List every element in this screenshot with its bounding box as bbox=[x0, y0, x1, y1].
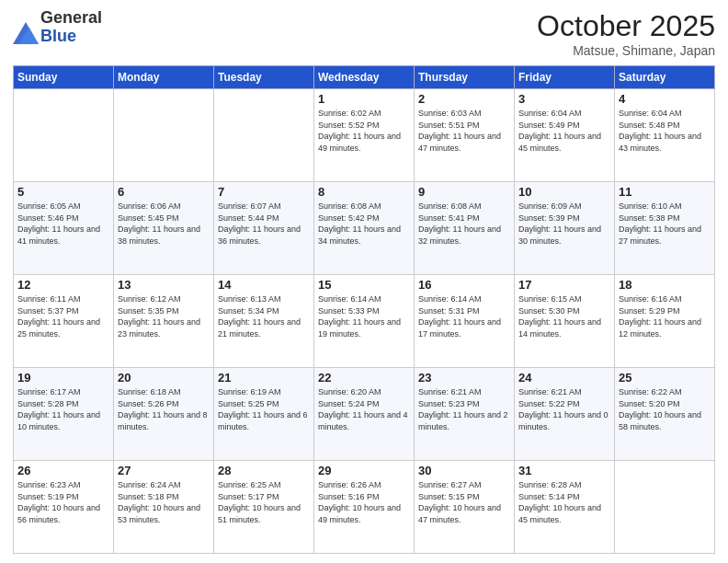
col-wednesday: Wednesday bbox=[314, 66, 415, 89]
calendar-cell: 3Sunrise: 6:04 AM Sunset: 5:49 PM Daylig… bbox=[515, 89, 615, 182]
calendar-cell: 4Sunrise: 6:04 AM Sunset: 5:48 PM Daylig… bbox=[615, 89, 715, 182]
day-detail: Sunrise: 6:09 AM Sunset: 5:39 PM Dayligh… bbox=[518, 201, 610, 247]
day-number: 6 bbox=[118, 185, 210, 199]
col-tuesday: Tuesday bbox=[214, 66, 314, 89]
day-detail: Sunrise: 6:06 AM Sunset: 5:45 PM Dayligh… bbox=[118, 201, 210, 247]
calendar-cell: 13Sunrise: 6:12 AM Sunset: 5:35 PM Dayli… bbox=[114, 275, 214, 368]
day-detail: Sunrise: 6:20 AM Sunset: 5:24 PM Dayligh… bbox=[318, 386, 410, 432]
calendar-cell: 14Sunrise: 6:13 AM Sunset: 5:34 PM Dayli… bbox=[214, 275, 314, 368]
logo-text: General Blue bbox=[40, 9, 102, 46]
calendar-cell bbox=[14, 89, 114, 182]
calendar-cell: 5Sunrise: 6:05 AM Sunset: 5:46 PM Daylig… bbox=[14, 182, 114, 275]
calendar-cell: 2Sunrise: 6:03 AM Sunset: 5:51 PM Daylig… bbox=[415, 89, 515, 182]
day-number: 18 bbox=[619, 278, 711, 292]
calendar-cell: 26Sunrise: 6:23 AM Sunset: 5:19 PM Dayli… bbox=[14, 461, 114, 554]
day-number: 17 bbox=[518, 278, 610, 292]
day-number: 8 bbox=[318, 185, 410, 199]
col-friday: Friday bbox=[515, 66, 615, 89]
calendar-cell bbox=[615, 461, 715, 554]
day-number: 15 bbox=[318, 278, 410, 292]
calendar-cell: 24Sunrise: 6:21 AM Sunset: 5:22 PM Dayli… bbox=[515, 368, 615, 461]
day-detail: Sunrise: 6:14 AM Sunset: 5:33 PM Dayligh… bbox=[318, 293, 410, 339]
calendar-cell: 16Sunrise: 6:14 AM Sunset: 5:31 PM Dayli… bbox=[415, 275, 515, 368]
day-detail: Sunrise: 6:23 AM Sunset: 5:19 PM Dayligh… bbox=[17, 479, 109, 525]
day-detail: Sunrise: 6:02 AM Sunset: 5:52 PM Dayligh… bbox=[318, 108, 410, 154]
day-number: 30 bbox=[418, 464, 510, 477]
day-number: 1 bbox=[318, 92, 410, 106]
title-block: October 2025 Matsue, Shimane, Japan bbox=[537, 9, 715, 58]
calendar-week-1: 1Sunrise: 6:02 AM Sunset: 5:52 PM Daylig… bbox=[14, 89, 715, 182]
day-detail: Sunrise: 6:12 AM Sunset: 5:35 PM Dayligh… bbox=[118, 293, 210, 339]
logo-icon bbox=[13, 18, 39, 44]
day-number: 21 bbox=[218, 371, 310, 385]
calendar-cell: 23Sunrise: 6:21 AM Sunset: 5:23 PM Dayli… bbox=[415, 368, 515, 461]
calendar-cell: 6Sunrise: 6:06 AM Sunset: 5:45 PM Daylig… bbox=[114, 182, 214, 275]
header: General Blue October 2025 Matsue, Shiman… bbox=[13, 9, 715, 58]
logo: General Blue bbox=[13, 9, 102, 46]
day-detail: Sunrise: 6:18 AM Sunset: 5:26 PM Dayligh… bbox=[118, 386, 210, 432]
day-number: 16 bbox=[418, 278, 510, 292]
day-number: 13 bbox=[118, 278, 210, 292]
day-number: 19 bbox=[17, 371, 109, 385]
day-detail: Sunrise: 6:13 AM Sunset: 5:34 PM Dayligh… bbox=[218, 293, 310, 339]
col-sunday: Sunday bbox=[14, 66, 114, 89]
calendar-cell: 10Sunrise: 6:09 AM Sunset: 5:39 PM Dayli… bbox=[515, 182, 615, 275]
calendar-cell: 17Sunrise: 6:15 AM Sunset: 5:30 PM Dayli… bbox=[515, 275, 615, 368]
day-number: 4 bbox=[619, 92, 711, 106]
location: Matsue, Shimane, Japan bbox=[537, 43, 715, 58]
day-number: 7 bbox=[218, 185, 310, 199]
day-detail: Sunrise: 6:04 AM Sunset: 5:49 PM Dayligh… bbox=[518, 108, 610, 154]
page: General Blue October 2025 Matsue, Shiman… bbox=[0, 0, 728, 563]
day-detail: Sunrise: 6:08 AM Sunset: 5:41 PM Dayligh… bbox=[418, 201, 510, 247]
calendar-cell: 27Sunrise: 6:24 AM Sunset: 5:18 PM Dayli… bbox=[114, 461, 214, 554]
day-detail: Sunrise: 6:21 AM Sunset: 5:23 PM Dayligh… bbox=[418, 386, 510, 432]
calendar-cell: 28Sunrise: 6:25 AM Sunset: 5:17 PM Dayli… bbox=[214, 461, 314, 554]
day-number: 20 bbox=[118, 371, 210, 385]
calendar-cell bbox=[214, 89, 314, 182]
calendar-cell bbox=[114, 89, 214, 182]
day-detail: Sunrise: 6:14 AM Sunset: 5:31 PM Dayligh… bbox=[418, 293, 510, 339]
calendar-cell: 11Sunrise: 6:10 AM Sunset: 5:38 PM Dayli… bbox=[615, 182, 715, 275]
day-detail: Sunrise: 6:21 AM Sunset: 5:22 PM Dayligh… bbox=[518, 386, 610, 432]
calendar-cell: 29Sunrise: 6:26 AM Sunset: 5:16 PM Dayli… bbox=[314, 461, 415, 554]
day-number: 24 bbox=[518, 371, 610, 385]
day-detail: Sunrise: 6:17 AM Sunset: 5:28 PM Dayligh… bbox=[17, 386, 109, 432]
day-detail: Sunrise: 6:04 AM Sunset: 5:48 PM Dayligh… bbox=[619, 108, 711, 154]
calendar-week-2: 5Sunrise: 6:05 AM Sunset: 5:46 PM Daylig… bbox=[14, 182, 715, 275]
calendar-cell: 30Sunrise: 6:27 AM Sunset: 5:15 PM Dayli… bbox=[415, 461, 515, 554]
month-title: October 2025 bbox=[537, 9, 715, 43]
day-number: 9 bbox=[418, 185, 510, 199]
day-number: 23 bbox=[418, 371, 510, 385]
day-detail: Sunrise: 6:25 AM Sunset: 5:17 PM Dayligh… bbox=[218, 479, 310, 525]
day-detail: Sunrise: 6:07 AM Sunset: 5:44 PM Dayligh… bbox=[218, 201, 310, 247]
col-thursday: Thursday bbox=[415, 66, 515, 89]
calendar-cell: 12Sunrise: 6:11 AM Sunset: 5:37 PM Dayli… bbox=[14, 275, 114, 368]
day-detail: Sunrise: 6:08 AM Sunset: 5:42 PM Dayligh… bbox=[318, 201, 410, 247]
calendar-week-5: 26Sunrise: 6:23 AM Sunset: 5:19 PM Dayli… bbox=[14, 461, 715, 554]
day-detail: Sunrise: 6:27 AM Sunset: 5:15 PM Dayligh… bbox=[418, 479, 510, 525]
day-number: 11 bbox=[619, 185, 711, 199]
day-number: 29 bbox=[318, 464, 410, 477]
day-detail: Sunrise: 6:22 AM Sunset: 5:20 PM Dayligh… bbox=[619, 386, 711, 432]
day-number: 27 bbox=[118, 464, 210, 477]
day-number: 2 bbox=[418, 92, 510, 106]
calendar-header-row: Sunday Monday Tuesday Wednesday Thursday… bbox=[14, 66, 715, 89]
col-monday: Monday bbox=[114, 66, 214, 89]
calendar-cell: 7Sunrise: 6:07 AM Sunset: 5:44 PM Daylig… bbox=[214, 182, 314, 275]
day-number: 31 bbox=[518, 464, 610, 477]
calendar-cell: 19Sunrise: 6:17 AM Sunset: 5:28 PM Dayli… bbox=[14, 368, 114, 461]
day-detail: Sunrise: 6:03 AM Sunset: 5:51 PM Dayligh… bbox=[418, 108, 510, 154]
day-number: 14 bbox=[218, 278, 310, 292]
day-number: 10 bbox=[518, 185, 610, 199]
day-detail: Sunrise: 6:19 AM Sunset: 5:25 PM Dayligh… bbox=[218, 386, 310, 432]
day-number: 5 bbox=[17, 185, 109, 199]
day-number: 22 bbox=[318, 371, 410, 385]
calendar-cell: 18Sunrise: 6:16 AM Sunset: 5:29 PM Dayli… bbox=[615, 275, 715, 368]
calendar-table: Sunday Monday Tuesday Wednesday Thursday… bbox=[13, 65, 715, 554]
calendar-cell: 8Sunrise: 6:08 AM Sunset: 5:42 PM Daylig… bbox=[314, 182, 415, 275]
calendar-cell: 20Sunrise: 6:18 AM Sunset: 5:26 PM Dayli… bbox=[114, 368, 214, 461]
calendar-cell: 9Sunrise: 6:08 AM Sunset: 5:41 PM Daylig… bbox=[415, 182, 515, 275]
day-number: 25 bbox=[619, 371, 711, 385]
day-detail: Sunrise: 6:11 AM Sunset: 5:37 PM Dayligh… bbox=[17, 293, 109, 339]
col-saturday: Saturday bbox=[615, 66, 715, 89]
